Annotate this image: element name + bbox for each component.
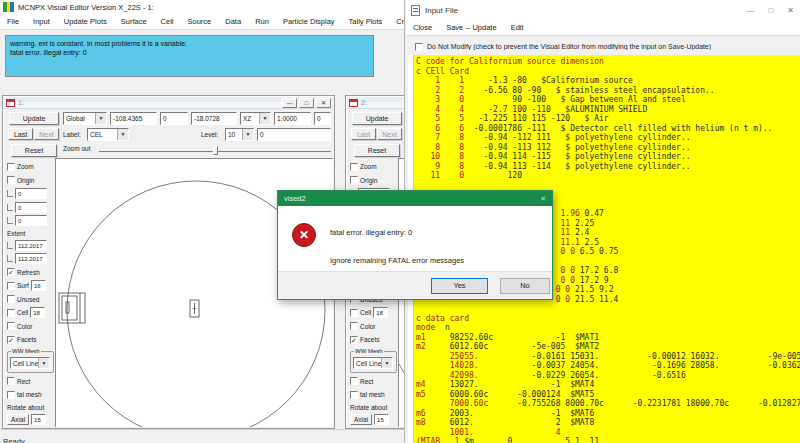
- facets-checkbox[interactable]: ✓: [7, 336, 15, 344]
- menu-item-file[interactable]: File: [0, 17, 26, 26]
- axial-button[interactable]: Axial: [7, 414, 29, 425]
- menu-item-cell[interactable]: Cell: [154, 17, 181, 26]
- zoom-checkbox[interactable]: [7, 163, 15, 171]
- do-not-modify-checkbox[interactable]: [415, 43, 423, 51]
- cell-checkbox[interactable]: [7, 309, 15, 317]
- value-field[interactable]: 0: [15, 188, 47, 199]
- scale-field[interactable]: 1.0000: [274, 112, 311, 125]
- menu-item-update-plots[interactable]: Update Plots: [57, 17, 114, 26]
- slider-notch[interactable]: [7, 242, 13, 249]
- tal-mesh-checkbox[interactable]: [7, 391, 15, 399]
- cell-count-field[interactable]: 18: [373, 307, 388, 318]
- axial-button[interactable]: Axial: [350, 414, 372, 425]
- unused-checkbox[interactable]: [7, 295, 15, 303]
- plane-dropdown[interactable]: XZ▼: [240, 112, 271, 125]
- editor-line: m4 13027. -1 $MAT4: [416, 380, 800, 390]
- chevron-down-icon: ▼: [242, 129, 253, 140]
- checkbox-row-color: Color: [350, 320, 398, 334]
- menu-item-run[interactable]: Run: [248, 17, 276, 26]
- menu-item-surface[interactable]: Surface: [114, 17, 154, 26]
- reset-button[interactable]: Reset: [11, 144, 57, 157]
- tal-mesh-checkbox[interactable]: [350, 391, 358, 399]
- axial-angle-field[interactable]: 15: [374, 414, 389, 425]
- editor-line: [416, 181, 800, 191]
- label-dropdown[interactable]: CEL▼: [87, 128, 129, 141]
- refresh-checkbox[interactable]: ✓: [7, 268, 15, 276]
- checkbox-row-origin: Origin: [350, 174, 398, 188]
- menu-item-input[interactable]: Input: [26, 17, 57, 26]
- slider-notch[interactable]: [7, 204, 13, 211]
- menu-item-source[interactable]: Source: [181, 17, 219, 26]
- value-field[interactable]: 112.2017: [15, 240, 47, 251]
- menu-item-save-update[interactable]: Save -- Update: [439, 23, 503, 32]
- slider-notch[interactable]: [7, 190, 13, 197]
- menu-item-close[interactable]: Close: [406, 23, 439, 32]
- tal-mesh-label: tal mesh: [17, 391, 42, 398]
- axial-angle-field[interactable]: 15: [31, 414, 46, 425]
- dialog-titlebar[interactable]: vised2 ✕: [278, 191, 552, 206]
- close-icon[interactable]: ✕: [540, 195, 546, 203]
- checkbox-row-facets: ✓Facets: [350, 333, 398, 347]
- minimize-icon[interactable]: —: [282, 98, 297, 108]
- menu-item-edit[interactable]: Edit: [504, 23, 531, 32]
- slider-notch[interactable]: [7, 217, 13, 224]
- checkbox-row-origin: Origin: [7, 174, 55, 188]
- cell-line-dropdown[interactable]: Cell Line▼: [10, 357, 50, 369]
- slider-notch[interactable]: [7, 255, 13, 262]
- update-button[interactable]: Update: [352, 112, 402, 125]
- level-extra-field[interactable]: 0: [257, 128, 331, 141]
- minimize-icon[interactable]: —: [746, 6, 754, 15]
- rect-checkbox[interactable]: [7, 377, 15, 385]
- origin-checkbox[interactable]: [7, 176, 15, 184]
- editor-line: 9 8 -0.94 113 -114 $ polyethylene cyllin…: [416, 162, 800, 172]
- next-button[interactable]: Next: [377, 128, 402, 140]
- cell-count-field[interactable]: 18: [30, 307, 45, 318]
- no-button[interactable]: No: [500, 278, 550, 294]
- plot1-titlebar[interactable]: 1: — □ ✕: [4, 97, 333, 109]
- level-dropdown[interactable]: 10▼: [225, 128, 254, 141]
- close-icon[interactable]: ✕: [787, 6, 794, 15]
- surf-count-field[interactable]: 16: [31, 280, 46, 291]
- scale2-field[interactable]: 0: [314, 112, 331, 125]
- zoom-checkbox[interactable]: [350, 163, 358, 171]
- dialog-footer: Yes No: [278, 271, 552, 299]
- menu-item-particle-display[interactable]: Particle Display: [276, 17, 342, 26]
- facets-checkbox[interactable]: ✓: [350, 336, 358, 344]
- surf-checkbox[interactable]: [7, 282, 15, 290]
- input-file-titlebar[interactable]: Input File — □ ✕: [406, 0, 800, 20]
- next-button[interactable]: Next: [34, 128, 59, 140]
- rect-checkbox[interactable]: [350, 377, 358, 385]
- close-icon[interactable]: ✕: [316, 98, 331, 108]
- reset-button[interactable]: Reset: [354, 144, 400, 157]
- chevron-down-icon: ▼: [95, 113, 106, 124]
- warning-line-1: warning. ext is constant. in most proble…: [10, 39, 369, 48]
- extent-label: Extent: [7, 228, 55, 239]
- origin-x-field[interactable]: -108.4365: [110, 112, 157, 125]
- transform-dropdown[interactable]: Global▼: [63, 112, 107, 125]
- editor-line: 10 8 -0.94 114 -115 $ polyethylene cylli…: [416, 152, 800, 162]
- maximize-icon[interactable]: □: [299, 98, 314, 108]
- value-field[interactable]: 0: [15, 215, 47, 226]
- origin-z-field[interactable]: -18.0728: [191, 112, 237, 125]
- origin-checkbox[interactable]: [350, 176, 358, 184]
- yes-button[interactable]: Yes: [431, 278, 488, 294]
- origin-y-field[interactable]: 0: [160, 112, 188, 125]
- value-field[interactable]: 0: [15, 202, 47, 213]
- color-checkbox[interactable]: [7, 322, 15, 330]
- zoom-slider-thumb[interactable]: [213, 146, 218, 155]
- refresh-label: Refresh: [17, 269, 40, 276]
- value-field[interactable]: 112.2017: [15, 253, 47, 264]
- cell-line-dropdown[interactable]: Cell Line▼: [353, 357, 393, 369]
- cell-checkbox[interactable]: [350, 309, 358, 317]
- checkbox-row-tal-mesh: tal mesh: [350, 388, 398, 402]
- menu-item-tally-plots[interactable]: Tally Plots: [342, 17, 390, 26]
- last-button[interactable]: Last: [8, 128, 33, 140]
- menu-item-data[interactable]: Data: [218, 17, 248, 26]
- last-button[interactable]: Last: [351, 128, 376, 140]
- color-checkbox[interactable]: [350, 322, 358, 330]
- maximize-icon[interactable]: □: [768, 6, 773, 15]
- checkbox-row-tal-mesh: tal mesh: [7, 388, 55, 402]
- document-icon: [411, 5, 420, 16]
- update-button[interactable]: Update: [9, 112, 59, 125]
- label-caption: Label:: [63, 131, 81, 138]
